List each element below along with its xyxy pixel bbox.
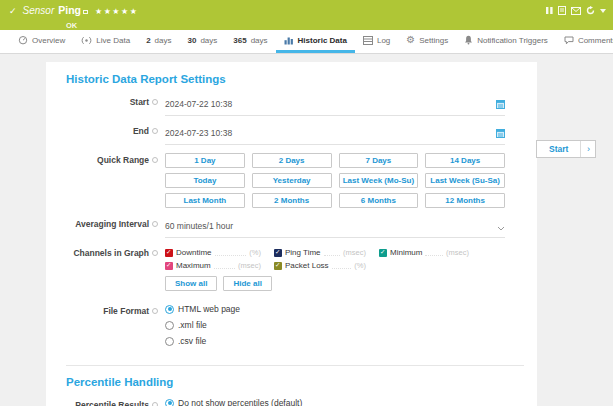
tab-label: Comments [578,36,613,45]
info-icon[interactable] [152,308,158,314]
hide-all-button[interactable]: Hide all [223,276,271,291]
start-row: Start 2024-07-22 10:38 [46,95,537,116]
info-icon[interactable] [152,157,158,163]
section-title: Historic Data Report Settings [66,73,537,85]
quick-range-2-days-button[interactable]: 2 Days [252,153,332,168]
channels-row: Channels in Graph Downtime (%) Ping Time… [46,246,537,291]
quick-range-label: Quick Range [97,155,149,165]
section-divider [66,365,524,366]
sensor-superscript-icon [83,10,88,14]
info-icon[interactable] [152,250,158,256]
tab-30-days[interactable]: 30days [180,30,226,53]
tab-settings[interactable]: ⚙ Settings [398,30,456,53]
tab-notification-triggers[interactable]: Notification Triggers [456,30,556,53]
quick-range-last-week-mo-su-button[interactable]: Last Week (Mo-Su) [339,173,419,188]
channel-unit: (%) [354,261,366,270]
channel-maximum[interactable]: Maximum (msec) [165,261,261,270]
file-format-label: File Format [103,306,149,316]
tab-label: Overview [32,36,65,45]
quick-range-14-days-button[interactable]: 14 Days [425,153,505,168]
bar-chart-icon [284,36,294,45]
channels-label: Channels in Graph [73,248,149,258]
file-format-option-html[interactable]: HTML web page [165,304,505,314]
chevron-down-icon [497,217,505,235]
quick-range-last-month-button[interactable]: Last Month [165,193,245,208]
quick-range-2-months-button[interactable]: 2 Months [252,193,332,208]
quick-range-6-months-button[interactable]: 6 Months [339,193,419,208]
calendar-icon[interactable] [496,124,505,142]
tab-live-data[interactable]: Live Data [73,30,138,53]
tab-label: Log [377,36,390,45]
checkbox-minimum[interactable] [379,249,387,257]
quick-range-today-button[interactable]: Today [165,173,245,188]
tab-log[interactable]: Log [355,30,398,53]
mail-icon[interactable] [571,7,581,15]
status-badge: OK [66,21,613,30]
percentile-results-row: Percentile Results Do not show percentil… [46,398,537,406]
channel-minimum[interactable]: Minimum (msec) [379,248,469,257]
tab-historic-data[interactable]: Historic Data [276,30,355,53]
live-icon [81,36,92,45]
averaging-interval-select[interactable]: 60 minutes/1 hour [165,217,505,238]
sensor-header: ✓ Sensor Ping ★★★★★ OK [0,0,613,30]
tab-2-days[interactable]: 2days [138,30,179,53]
tab-overview[interactable]: Overview [10,30,73,53]
comment-icon [564,36,574,45]
averaging-interval-value: 60 minutes/1 hour [165,221,233,231]
percentile-section-title: Percentile Handling [66,376,537,388]
quick-range-7-days-button[interactable]: 7 Days [339,153,419,168]
channel-ping-time[interactable]: Ping Time (msec) [274,248,366,257]
checkbox-maximum[interactable] [165,262,173,270]
tab-365-days[interactable]: 365days [225,30,275,53]
end-date-value: 2024-07-23 10:38 [165,128,232,138]
tab-comments[interactable]: Comments [556,30,613,53]
channel-packet-loss[interactable]: Packet Loss (%) [274,261,366,270]
percentile-option-hide[interactable]: Do not show percentiles (default) [165,398,505,406]
quick-range-last-week-su-sa-button[interactable]: Last Week (Su-Sa) [425,173,505,188]
channel-unit: (%) [249,248,261,257]
end-date-input[interactable]: 2024-07-23 10:38 [165,124,505,145]
priority-stars[interactable]: ★★★★★ [95,7,138,16]
tab-label: Live Data [96,36,130,45]
checkbox-ping-time[interactable] [274,249,282,257]
checkbox-downtime[interactable] [165,249,173,257]
start-date-value: 2024-07-22 10:38 [165,99,232,109]
radio-do-not-show-percentiles[interactable] [165,399,174,406]
info-icon[interactable] [152,99,158,105]
tab-label: Notification Triggers [477,36,548,45]
averaging-interval-label: Averaging Interval [75,219,149,229]
file-format-option-csv[interactable]: .csv file [165,336,505,346]
show-all-button[interactable]: Show all [165,276,217,291]
caret-down-icon[interactable] [600,9,606,13]
gauge-icon [18,35,28,45]
averaging-interval-row: Averaging Interval 60 minutes/1 hour [46,217,537,238]
calendar-icon[interactable] [496,95,505,113]
quick-range-yesterday-button[interactable]: Yesterday [252,173,332,188]
quick-range-1-day-button[interactable]: 1 Day [165,153,245,168]
log-icon [363,36,373,45]
end-row: End 2024-07-23 10:38 [46,124,537,145]
tab-label: Settings [419,36,448,45]
checkbox-packet-loss[interactable] [274,262,282,270]
radio-html-web-page[interactable] [165,305,174,314]
refresh-icon[interactable] [586,6,595,15]
info-icon[interactable] [152,128,158,134]
channel-downtime[interactable]: Downtime (%) [165,248,261,257]
chevron-right-icon[interactable]: › [580,141,595,157]
sensor-kind-label: Sensor [23,5,55,16]
radio-csv-file[interactable] [165,337,174,346]
file-format-option-xml[interactable]: .xml file [165,320,505,330]
start-report-button[interactable]: Start › [536,140,596,158]
info-icon[interactable] [152,221,158,227]
tab-bar: Overview Live Data 2days 30days 365days … [0,30,613,54]
quick-range-12-months-button[interactable]: 12 Months [425,193,505,208]
file-format-row: File Format HTML web page .xml file .csv… [46,304,537,352]
percentile-results-label: Percentile Results [75,400,149,406]
start-date-input[interactable]: 2024-07-22 10:38 [165,95,505,116]
info-icon[interactable] [152,402,158,406]
end-label: End [133,126,149,136]
radio-xml-file[interactable] [165,321,174,330]
report-icon[interactable] [558,6,566,15]
gear-icon: ⚙ [406,35,415,45]
pause-icon[interactable] [546,6,553,15]
